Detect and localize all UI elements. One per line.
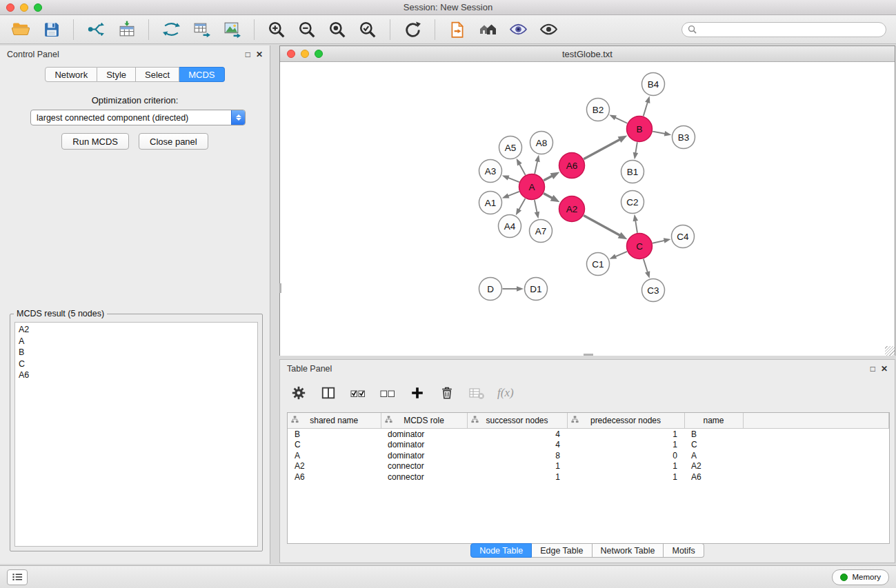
table-cell[interactable]: A2 [684, 461, 743, 472]
table-cell[interactable]: A6 [684, 472, 743, 483]
show-panels-button[interactable] [7, 569, 28, 585]
mcds-result-item[interactable]: A6 [15, 369, 257, 381]
graph-node-B3[interactable]: B3 [673, 126, 695, 149]
table-row[interactable]: Bdominator41B [288, 429, 889, 440]
graph-node-A7[interactable]: A7 [530, 220, 552, 243]
mcds-result-item[interactable]: B [15, 347, 257, 358]
graph-edge-B-B4[interactable] [644, 96, 650, 116]
zoom-out-button[interactable] [293, 18, 321, 41]
mcds-result-item[interactable]: A [15, 336, 257, 347]
graph-node-C3[interactable]: C3 [642, 279, 665, 302]
graph-edge-C-C2[interactable] [633, 214, 639, 233]
graph-edge-D-D1[interactable] [503, 286, 524, 292]
resize-handle-icon[interactable] [885, 346, 895, 356]
table-cell[interactable]: 8 [467, 450, 567, 461]
table-cell[interactable]: A6 [288, 472, 381, 483]
network-window-titlebar[interactable]: testGlobe.txt [280, 46, 895, 62]
table-cell[interactable]: 4 [467, 429, 567, 440]
graph-edge-B-B2[interactable] [609, 115, 627, 123]
table-row[interactable]: Cdominator41C [288, 440, 889, 451]
splitter-grip[interactable] [584, 354, 593, 356]
table-cell[interactable]: C [288, 440, 381, 451]
graph-node-C4[interactable]: C4 [672, 225, 695, 248]
window-titlebar[interactable]: Session: New Session [0, 0, 896, 15]
graph-edge-A-A6[interactable] [544, 172, 559, 180]
mcds-result-list[interactable]: A2ABCA6 [14, 322, 258, 547]
table-cell[interactable]: A [288, 450, 381, 461]
zoom-in-button[interactable] [263, 18, 290, 41]
table-cell[interactable]: 1 [567, 472, 684, 483]
column-header-name[interactable]: name [684, 413, 743, 429]
show-graphics-details-button[interactable] [535, 18, 562, 41]
table-cell[interactable]: B [684, 429, 743, 440]
table-row[interactable]: Adominator80A [288, 450, 889, 461]
graph-edge-C-C4[interactable] [653, 238, 670, 243]
import-table-button[interactable] [112, 18, 140, 41]
graph-node-D[interactable]: D [479, 278, 502, 301]
table-cell[interactable]: A [684, 450, 743, 461]
table-cell[interactable]: 1 [567, 461, 684, 472]
graph-edge-A2-C[interactable] [584, 215, 627, 239]
welcome-screen-button[interactable] [474, 18, 501, 41]
tab-motifs[interactable]: Motifs [664, 543, 704, 558]
mcds-result-item[interactable]: A2 [15, 324, 257, 336]
graph-edge-A-A5[interactable] [517, 159, 526, 175]
graph-edge-A-A3[interactable] [502, 175, 519, 182]
graph-node-A4[interactable]: A4 [499, 215, 521, 238]
show-all-columns-button[interactable] [349, 384, 367, 402]
style-preview-button[interactable] [504, 18, 532, 41]
column-header-successor-nodes[interactable]: successor nodes [467, 413, 567, 429]
zoom-selected-button[interactable] [354, 18, 381, 41]
graph-node-A3[interactable]: A3 [479, 160, 502, 183]
table-cell[interactable]: connector [381, 472, 467, 483]
graph-node-B[interactable]: B [627, 116, 653, 142]
graph-edge-A-A7[interactable] [535, 200, 539, 219]
split-columns-button[interactable] [319, 384, 337, 402]
graph-node-B2[interactable]: B2 [587, 99, 610, 121]
import-file-button[interactable] [444, 18, 471, 41]
graph-edge-C-C3[interactable] [644, 259, 650, 278]
zoom-fit-button[interactable] [323, 18, 351, 41]
graph-node-A2[interactable]: A2 [559, 196, 585, 222]
table-cell[interactable]: 1 [567, 429, 684, 440]
column-header-mcds-role[interactable]: MCDS role [381, 413, 467, 429]
graph-edge-C-C1[interactable] [610, 252, 628, 259]
table-cell[interactable]: dominator [381, 429, 467, 440]
hide-all-columns-button[interactable] [379, 384, 397, 402]
graph-edge-B-B1[interactable] [633, 142, 639, 159]
table-cell[interactable]: 1 [567, 440, 684, 451]
delete-columns-button[interactable] [438, 384, 456, 402]
save-session-button[interactable] [37, 18, 65, 41]
node-table-container[interactable]: shared name MCDS role successor nodes pr… [287, 412, 890, 544]
table-cell[interactable]: C [684, 440, 743, 451]
close-panel-icon[interactable]: ✕ [881, 365, 888, 373]
table-cell[interactable]: 1 [467, 461, 567, 472]
table-cell[interactable]: dominator [381, 440, 467, 451]
export-network-button[interactable] [157, 18, 185, 41]
network-canvas[interactable]: B4B2BB3A5A8A6B1A3AA1C2A2A4A7C4C1CC3DD1 [280, 62, 895, 356]
optimization-criterion-select[interactable]: largest connected component (directed) [30, 110, 246, 125]
table-row[interactable]: A6connector11A6 [288, 472, 889, 483]
search-input[interactable] [700, 24, 880, 35]
tab-network-table[interactable]: Network Table [593, 543, 664, 558]
float-panel-icon[interactable]: □ [246, 50, 250, 59]
table-cell[interactable]: 1 [467, 472, 567, 483]
tab-edge-table[interactable]: Edge Table [532, 543, 592, 558]
export-table-button[interactable] [188, 18, 215, 41]
open-session-button[interactable] [7, 18, 34, 41]
graph-node-C2[interactable]: C2 [621, 191, 644, 214]
graph-edge-A6-B[interactable] [584, 136, 627, 159]
memory-button[interactable]: Memory [832, 569, 889, 585]
graph-edge-A-A8[interactable] [535, 155, 540, 174]
graph-node-D1[interactable]: D1 [525, 278, 548, 301]
run-mcds-button[interactable]: Run MCDS [61, 133, 129, 150]
table-cell[interactable]: 0 [567, 450, 684, 461]
tab-mcds[interactable]: MCDS [179, 67, 224, 82]
table-settings-button[interactable] [290, 384, 308, 402]
graph-node-A8[interactable]: A8 [530, 132, 553, 154]
tab-node-table[interactable]: Node Table [470, 543, 532, 558]
graph-node-A5[interactable]: A5 [499, 136, 522, 159]
graph-node-B4[interactable]: B4 [642, 73, 665, 96]
graph-edge-A-A4[interactable] [516, 199, 526, 215]
graph-node-A[interactable]: A [519, 174, 545, 200]
